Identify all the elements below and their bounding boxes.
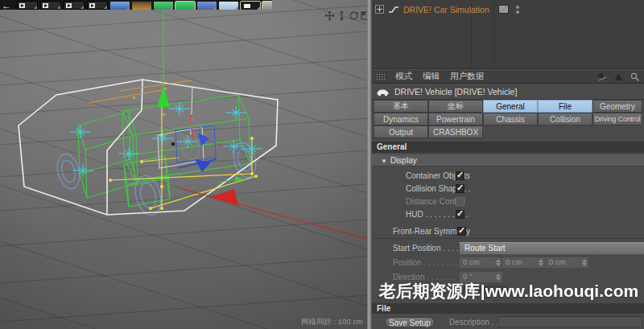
- camera-tool-icon[interactable]: [241, 2, 260, 10]
- vehicle-icon: [376, 88, 390, 97]
- simulation-tool-icon[interactable]: [197, 2, 217, 10]
- tab-general[interactable]: General: [483, 100, 538, 113]
- menu-mode[interactable]: 模式: [395, 71, 412, 82]
- search-icon[interactable]: [630, 72, 639, 81]
- expand-icon[interactable]: [375, 5, 384, 14]
- tab-coordinates[interactable]: 坐标: [428, 100, 483, 113]
- attribute-tabs: 基本 坐标 General File Geometry Dynamics Pow…: [374, 100, 642, 138]
- roof-handles: [89, 80, 192, 116]
- generator-tool-icon[interactable]: [154, 2, 173, 10]
- row-front-rear-symmetry: Front-Rear Symmetry: [372, 224, 644, 237]
- position-y-field[interactable]: 0 cm: [502, 257, 546, 269]
- tab-basic[interactable]: 基本: [374, 100, 428, 113]
- general-section-header: General: [372, 142, 644, 153]
- viewport[interactable]: ← 网格间距 : 100 cm: [0, 0, 367, 329]
- object-row[interactable]: DRIVE! Car Simulation: [375, 3, 519, 15]
- flyout-icon-4[interactable]: [87, 1, 108, 10]
- collision-shape-checkbox[interactable]: [456, 184, 464, 193]
- tab-crashbox[interactable]: CRASHBOX: [428, 125, 483, 138]
- spinner-icon[interactable]: [539, 259, 543, 266]
- watermark-text: 老后期资源库|www.laohouqi.com: [374, 280, 644, 302]
- menu-userdata[interactable]: 用户数据: [450, 71, 484, 82]
- file-section-header: File: [372, 303, 644, 314]
- menu-edit[interactable]: 编辑: [423, 71, 440, 82]
- tab-driving-control[interactable]: Driving Control: [592, 113, 642, 125]
- row-collision-shape: Collision Shape . .: [372, 182, 644, 195]
- position-z-field[interactable]: 0 cm: [545, 257, 589, 269]
- flyout-icon-2[interactable]: [40, 1, 61, 10]
- row-distance-control: Distance Control: [372, 195, 644, 208]
- layer-chip-icon[interactable]: [498, 5, 509, 14]
- tab-dynamics[interactable]: Dynamics: [374, 113, 428, 125]
- hud-checkbox[interactable]: [456, 210, 464, 219]
- floor-tool-icon[interactable]: [219, 2, 238, 10]
- cube-tool-icon[interactable]: [110, 2, 130, 10]
- spinner-icon[interactable]: [496, 259, 501, 266]
- display-group-header[interactable]: ▼Display: [372, 154, 644, 167]
- car-simulation-object-icon: [388, 5, 399, 14]
- main-toolbar: ←: [0, 0, 272, 10]
- container-objects-checkbox[interactable]: [456, 171, 464, 180]
- position-x-field[interactable]: 0 cm: [459, 257, 503, 269]
- flyout-icon-3[interactable]: [64, 1, 85, 10]
- object-manager: DRIVE! Car Simulation: [372, 0, 644, 69]
- row-start-position: Start Position . . . . . . Route Start: [372, 241, 644, 254]
- row-hud: HUD . . . . . . . . . .: [372, 208, 644, 220]
- back-arrow-icon[interactable]: ←: [2, 2, 14, 10]
- front-rear-symmetry-checkbox[interactable]: [457, 227, 466, 236]
- attribute-object-title: DRIVE! Vehicle [DRIVE! Vehicle]: [394, 87, 517, 97]
- attribute-menubar: 模式 编辑 用户数据: [372, 69, 644, 84]
- attribute-title-row: DRIVE! Vehicle [DRIVE! Vehicle]: [372, 84, 644, 100]
- tab-file[interactable]: File: [538, 100, 592, 113]
- tab-powertrain[interactable]: Powertrain: [428, 113, 483, 125]
- tab-geometry[interactable]: Geometry: [592, 100, 642, 113]
- start-position-dropdown[interactable]: Route Start: [459, 242, 644, 255]
- save-setup-button[interactable]: Save Setup: [385, 317, 435, 328]
- row-container-objects: Container Objects: [372, 169, 644, 182]
- deformer-tool-icon[interactable]: [175, 2, 195, 10]
- dolly-view-icon[interactable]: [336, 10, 347, 21]
- tab-output[interactable]: Output: [374, 125, 428, 138]
- spinner-icon[interactable]: [582, 259, 587, 266]
- tab-collision[interactable]: Collision: [538, 113, 592, 125]
- material-tool-icon[interactable]: [262, 2, 272, 10]
- flyout-icon-1[interactable]: [17, 1, 38, 10]
- floor-grid: [0, 0, 367, 329]
- collision-boxes: [78, 95, 250, 207]
- spline-tool-icon[interactable]: [132, 2, 151, 10]
- y-axis-handle[interactable]: [157, 10, 170, 107]
- grid-spacing-label: 网格间距 : 100 cm: [301, 317, 363, 327]
- description-input[interactable]: [497, 316, 642, 327]
- pan-view-icon[interactable]: [324, 10, 335, 21]
- description-label: Description . .: [449, 318, 498, 327]
- rotate-view-icon[interactable]: [349, 10, 359, 21]
- tab-chassis[interactable]: Chassis: [483, 113, 538, 125]
- history-back-icon[interactable]: [596, 72, 607, 81]
- distance-control-checkbox: [456, 197, 464, 206]
- object-label[interactable]: DRIVE! Car Simulation: [403, 5, 489, 14]
- row-position: Position . . . . . . . . . . 0 cm 0 cm 0…: [372, 256, 644, 269]
- visibility-dots[interactable]: [516, 6, 519, 14]
- grip-icon[interactable]: [376, 73, 385, 80]
- history-up-icon[interactable]: [614, 72, 623, 81]
- viewport-nav: [324, 10, 371, 21]
- collapse-triangle-icon: ▼: [381, 155, 387, 167]
- right-panel: DRIVE! Car Simulation 模式 编辑 用户数据: [372, 0, 644, 329]
- divider: [372, 238, 644, 239]
- viewport-canvas[interactable]: [0, 0, 367, 329]
